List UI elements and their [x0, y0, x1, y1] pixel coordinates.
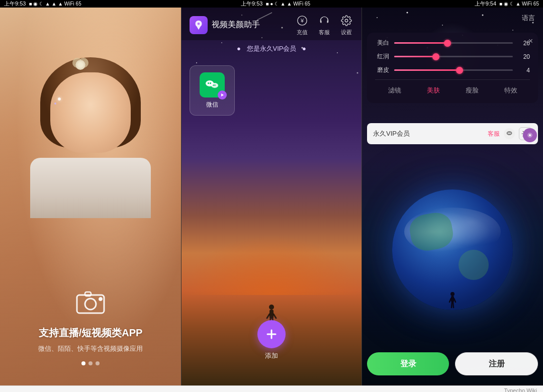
dot-1[interactable]	[81, 361, 85, 365]
status-bar-panel2: 上午9:53 ■ ● ☾ ▲ ▲ WiFi 65	[185, 0, 366, 8]
svg-point-25	[214, 84, 215, 85]
recharge-label: 充值	[297, 29, 308, 36]
auth-buttons: 登录 注册	[367, 352, 538, 375]
lang-button[interactable]: 语言	[522, 14, 535, 23]
rosy-track[interactable]	[394, 56, 513, 57]
svg-point-27	[269, 305, 274, 310]
header-actions: ¥ 充值 客服	[295, 14, 353, 36]
wechat-logo	[200, 72, 225, 97]
settings-label: 设置	[341, 29, 352, 36]
rosy-thumb[interactable]	[432, 53, 439, 60]
pagination-dots	[10, 361, 171, 365]
main-panels: 支持直播/短视频类APP 微信、陌陌、快手等含视频摄像应用	[0, 8, 543, 385]
svg-line-50	[453, 302, 454, 308]
time-panel2: 上午9:53	[241, 0, 262, 8]
svg-point-24	[213, 84, 214, 85]
svg-line-30	[274, 314, 276, 318]
logo-icon	[190, 16, 208, 34]
rosy-value: 20	[518, 53, 530, 60]
svg-line-49	[451, 302, 452, 308]
vip-service-btn[interactable]: 客服	[488, 130, 500, 138]
register-button[interactable]: 注册	[455, 352, 538, 375]
rosy-slider-row: 红润 20	[375, 52, 530, 61]
svg-point-54	[510, 133, 511, 134]
vip-status-bar: 永久VIP会员 客服	[367, 123, 538, 144]
panel3-header: 语言	[362, 8, 543, 29]
signal-icons-panel2: ■ ● ☾ ▲ ▲ WiFi 65	[265, 1, 310, 7]
svg-point-39	[512, 30, 513, 31]
svg-point-23	[210, 82, 211, 84]
camera-icon	[10, 285, 171, 320]
panel1-title: 支持直播/短视频类APP	[10, 326, 171, 340]
tab-filter[interactable]: 滤镜	[375, 84, 414, 97]
svg-point-16	[198, 22, 200, 25]
close-button[interactable]: ×	[528, 37, 533, 46]
add-btn-container: 添加	[257, 320, 286, 360]
intro-panel: 支持直播/短视频类APP 微信、陌陌、快手等含视频摄像应用	[0, 8, 181, 385]
whitening-track[interactable]	[394, 42, 513, 44]
app-panel: 视频美颜助手 ¥ 充值	[181, 8, 362, 385]
beauty-sliders-panel: × 美白 26 红润 20 磨	[367, 33, 538, 103]
tab-skin[interactable]: 美肤	[414, 84, 452, 97]
svg-text:¥: ¥	[300, 18, 304, 24]
time-panel3: 上午9:54	[475, 0, 496, 8]
app-icons-area: 微信	[182, 57, 361, 124]
svg-line-47	[449, 299, 451, 302]
whitening-slider-row: 美白 26	[375, 39, 530, 47]
svg-point-3	[100, 298, 102, 300]
wechat-app-item[interactable]: 微信	[190, 65, 235, 116]
app-name-label: 视频美颜助手	[212, 20, 260, 30]
whitening-fill	[394, 42, 447, 44]
whitening-thumb[interactable]	[444, 40, 451, 47]
panel1-subtitle: 微信、陌陌、快手等含视频摄像应用	[10, 344, 171, 354]
service-btn[interactable]: 客服	[317, 14, 331, 36]
wechat-label: 微信	[206, 101, 218, 109]
beauty-panel-screen: 语言 × 美白 26 红润 20	[362, 8, 543, 385]
footer-bar: Typecho.Wiki	[0, 385, 543, 392]
whitening-label: 美白	[375, 39, 389, 47]
settings-btn[interactable]: 设置	[339, 14, 353, 36]
svg-line-48	[454, 299, 456, 302]
app-logo: 视频美颜助手	[190, 16, 260, 34]
svg-rect-2	[85, 292, 91, 296]
smoothing-fill	[394, 69, 460, 71]
signal-icons-panel3: ■ ◉ ☾ ▲ WiFi 65	[499, 1, 539, 7]
figure-on-hill-panel3	[448, 291, 457, 311]
rosy-fill	[394, 56, 436, 57]
recharge-btn[interactable]: ¥ 充值	[295, 14, 309, 36]
footer-text: Typecho.Wiki	[504, 387, 537, 392]
time-panel1: 上午9:53	[4, 0, 26, 8]
svg-point-1	[85, 299, 96, 310]
girl-illustration	[0, 8, 181, 253]
dot-2[interactable]	[88, 361, 93, 365]
vip-dot-left: ●	[237, 45, 241, 52]
smoothing-track[interactable]	[394, 69, 513, 71]
svg-point-53	[509, 133, 510, 134]
svg-point-52	[508, 133, 509, 134]
svg-point-57	[529, 134, 531, 136]
floating-btn[interactable]	[523, 128, 537, 142]
svg-line-29	[267, 314, 269, 318]
status-bar-panel3: 上午9:54 ■ ◉ ☾ ▲ WiFi 65	[366, 0, 539, 8]
login-button[interactable]: 登录	[367, 352, 449, 375]
headset-icon	[317, 14, 331, 28]
svg-marker-26	[221, 93, 224, 96]
horizon-glow	[182, 235, 361, 295]
status-bar-panel1: 上午9:53 ■ ◉ ☾ ▲ ▲ ▲ WiFi 65	[4, 0, 185, 8]
smoothing-thumb[interactable]	[456, 67, 463, 74]
add-button[interactable]	[257, 320, 286, 348]
status-bar: 上午9:53 ■ ◉ ☾ ▲ ▲ ▲ WiFi 65 上午9:53 ■ ● ☾ …	[0, 0, 543, 8]
beauty-tabs: 滤镜 美肤 瘦脸 特效	[375, 79, 530, 97]
rosy-label: 红润	[375, 52, 389, 61]
wechat-play-overlay	[218, 90, 227, 100]
yuan-icon: ¥	[295, 14, 309, 28]
vip-member-text: 永久VIP会员	[373, 129, 410, 138]
tab-slim-face[interactable]: 瘦脸	[452, 84, 491, 97]
svg-point-22	[208, 82, 209, 84]
dot-3[interactable]	[96, 361, 100, 365]
tab-effects[interactable]: 特效	[491, 84, 530, 97]
panel1-text-area: 支持直播/短视频类APP 微信、陌陌、快手等含视频摄像应用	[0, 275, 181, 386]
add-label: 添加	[265, 351, 278, 360]
vip-chat-icon[interactable]	[504, 128, 515, 139]
signal-icons-panel1: ■ ◉ ☾ ▲ ▲ ▲ WiFi 65	[29, 1, 81, 7]
